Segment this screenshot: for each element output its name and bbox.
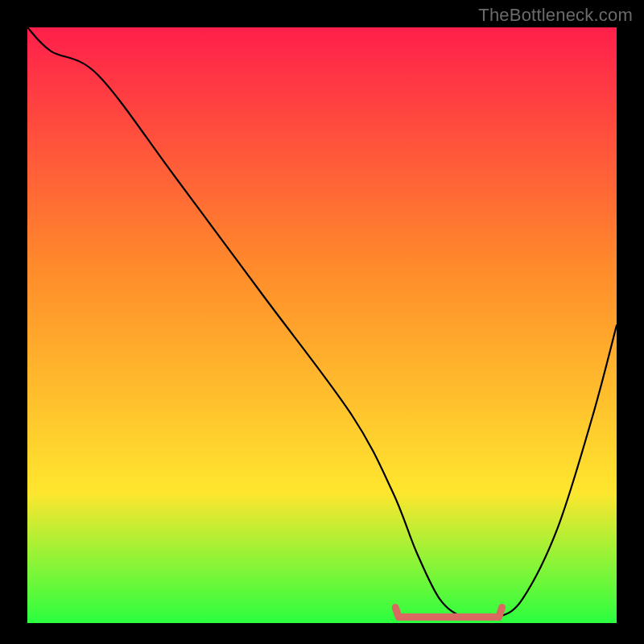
watermark-text: TheBottleneck.com: [478, 5, 633, 26]
chart-svg: [27, 27, 617, 623]
plot-area: [27, 27, 617, 623]
gradient-rect: [27, 27, 617, 623]
chart-frame: TheBottleneck.com: [0, 0, 644, 644]
